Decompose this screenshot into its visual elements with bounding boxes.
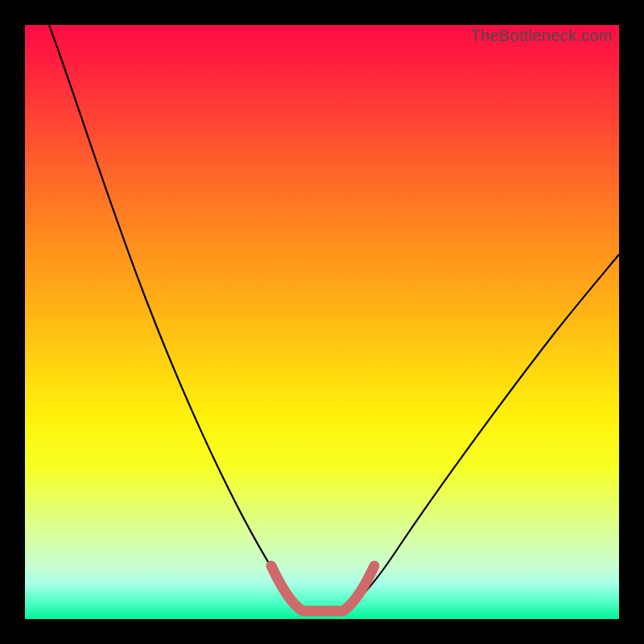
bottleneck-curve-path [49, 25, 619, 611]
chart-svg [25, 25, 619, 619]
optimal-band-path [271, 566, 374, 611]
chart-frame: TheBottleneck.com [25, 25, 619, 619]
